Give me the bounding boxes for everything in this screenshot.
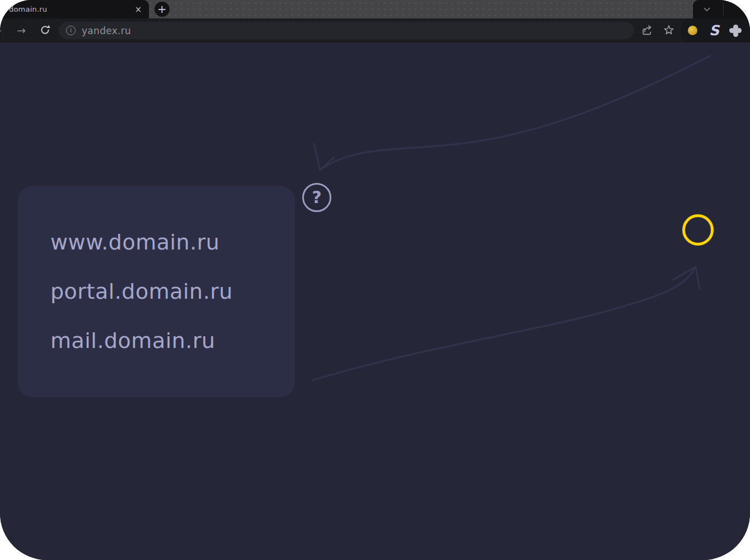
domain-item: mail.domain.ru [50, 330, 295, 351]
browser-toolbar: ← → i yandex.ru S [0, 18, 750, 43]
active-tab[interactable]: domain.ru × [0, 0, 149, 18]
stylus-extension-icon[interactable]: S [709, 23, 719, 37]
extensions-area: S [681, 18, 750, 43]
tab-close-icon[interactable]: × [132, 3, 144, 16]
address-bar[interactable]: i yandex.ru [59, 22, 634, 39]
share-icon[interactable] [641, 24, 654, 36]
plus-icon: + [157, 3, 167, 15]
back-icon[interactable]: ← [0, 24, 2, 36]
new-tab-button[interactable]: + [154, 2, 170, 17]
yellow-highlight-circle [682, 214, 714, 246]
arrow-to-yellow-circle [312, 267, 700, 380]
domains-card: www.domain.ru portal.domain.ru mail.doma… [18, 186, 295, 397]
forward-icon[interactable]: → [17, 24, 26, 36]
divider [723, 3, 724, 16]
domain-item: www.domain.ru [50, 232, 295, 253]
help-icon: ? [302, 183, 331, 212]
tab-title: domain.ru [0, 5, 132, 13]
site-info-icon[interactable]: i [66, 26, 76, 35]
domain-item: portal.domain.ru [50, 281, 295, 302]
page-content: www.domain.ru portal.domain.ru mail.doma… [0, 43, 750, 560]
tab-controls-box [693, 0, 750, 18]
url-text[interactable]: yandex.ru [82, 25, 131, 36]
tab-strip: domain.ru × + [0, 0, 750, 18]
arrow-to-help-icon [314, 56, 710, 170]
reload-icon[interactable] [39, 24, 51, 36]
browser-window: domain.ru × + ← → i yandex.ru [0, 0, 750, 560]
extensions-puzzle-icon[interactable] [729, 24, 742, 37]
yellow-extension-icon[interactable] [688, 26, 697, 35]
chevron-down-icon[interactable] [702, 4, 712, 15]
bookmark-star-icon[interactable] [663, 24, 675, 36]
